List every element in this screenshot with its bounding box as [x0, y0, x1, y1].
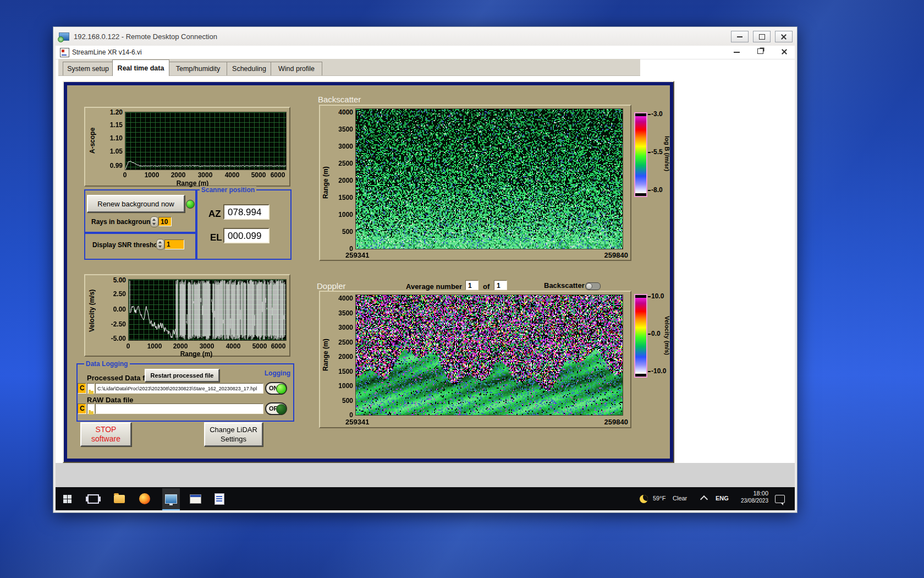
el-value-field[interactable]: 000.099: [223, 228, 270, 243]
scheduler-window-icon: [190, 494, 201, 504]
doppler-x-end-label: 259840: [595, 418, 628, 426]
of-label: of: [483, 282, 490, 291]
minimize-icon: [737, 36, 743, 37]
raw-path-field[interactable]: [95, 403, 263, 414]
doppler-plot-container: Range (m) 4000 3500 3000 2500 2000 1500 …: [319, 291, 631, 428]
taskbar-temperature[interactable]: 59°F: [653, 495, 666, 501]
velocity-xtick: 6000: [267, 342, 289, 350]
rdp-minimize-button[interactable]: [731, 31, 749, 42]
app-restore-icon[interactable]: [757, 48, 763, 54]
doppler-ytick: 3000: [330, 324, 353, 331]
restart-processed-file-button[interactable]: Restart processed file: [145, 369, 219, 382]
velocity-plot-container: Velocity (m/s) 5.00 2.50 0.00 -2.50 -5.0…: [84, 274, 290, 357]
ascope-xtick: 1000: [141, 171, 163, 179]
app-minimize-icon[interactable]: [734, 52, 740, 53]
rays-spinner[interactable]: [150, 216, 158, 227]
renew-background-button[interactable]: Renew background now: [87, 195, 185, 212]
data-logging-title: Data Logging: [84, 360, 130, 368]
processed-path-field[interactable]: C:\Lidar\Data\Proc\2023\202308\20230823\…: [95, 383, 263, 394]
document-icon: [215, 493, 224, 505]
backscatter-ytick: 500: [330, 228, 353, 236]
tab-system-setup[interactable]: System setup: [63, 62, 113, 75]
average-number-field[interactable]: 1: [465, 280, 479, 290]
doppler-colorbar: [634, 294, 647, 378]
backscatter-ytick: 2000: [330, 177, 353, 184]
processed-browse-button[interactable]: [87, 383, 95, 394]
ascope-ytick: 1.10: [101, 134, 123, 142]
velocity-xtick: 2000: [169, 342, 191, 350]
ascope-xtick: 4000: [221, 171, 243, 179]
task-view-button[interactable]: [86, 494, 100, 503]
weather-widget[interactable]: [639, 494, 648, 503]
tab-wind-profile[interactable]: Wind profile: [271, 62, 322, 75]
doppler-cb-tick: 0.0: [648, 330, 661, 337]
velocity-ytick: -2.50: [103, 320, 126, 328]
doppler-colorbar-label: Velocity (m/s): [663, 302, 671, 368]
streamline-app-button[interactable]: [162, 488, 180, 510]
tab-real-time-data[interactable]: Real time data: [112, 59, 169, 76]
doppler-y-axis-label: Range (m): [321, 328, 330, 383]
app-window-icon: [165, 494, 177, 504]
processed-logging-toggle-on[interactable]: ON: [265, 382, 287, 395]
start-button[interactable]: [62, 494, 72, 504]
rdp-close-button[interactable]: [775, 31, 793, 42]
rays-value-field[interactable]: 10: [158, 217, 172, 226]
desktop-gray-area: [56, 463, 795, 487]
app-close-icon[interactable]: [782, 49, 787, 54]
ascope-plot-container: A-scope 1.20 1.15 1.10 1.05 0.99 0 1000 …: [84, 107, 290, 187]
taskbar-time: 18:00: [733, 490, 768, 497]
az-label: AZ: [208, 209, 221, 220]
notification-center-button[interactable]: [775, 494, 785, 503]
backscatter-ytick: 4000: [330, 108, 353, 116]
backscatter-ytick: 3000: [330, 143, 353, 150]
snr-value-field[interactable]: 1: [164, 239, 184, 249]
of-total-field[interactable]: 1: [494, 280, 507, 290]
language-indicator[interactable]: ENG: [716, 495, 729, 501]
velocity-xtick: 1000: [144, 342, 166, 350]
backscatter-ytick: 3500: [330, 126, 353, 133]
processed-drive-button[interactable]: C: [78, 383, 86, 394]
show-hidden-icons-button[interactable]: [700, 494, 708, 502]
backscatter-x-start-label: 259341: [345, 251, 369, 259]
raw-browse-button[interactable]: [87, 403, 95, 414]
doppler-ytick: 2500: [330, 339, 353, 346]
stop-software-button[interactable]: STOP software: [80, 422, 131, 446]
backscatter-colorbar-label: log B (/m/sr): [663, 121, 671, 187]
velocity-ytick: 0.00: [103, 306, 126, 313]
ascope-y-axis-label: A-scope: [88, 114, 97, 167]
raw-drive-button[interactable]: C: [78, 403, 86, 414]
file-explorer-button[interactable]: [113, 494, 126, 504]
doppler-x-start-label: 259341: [345, 418, 369, 426]
ascope-ytick: 0.99: [101, 162, 123, 170]
backscatter-title: Backscatter: [318, 95, 361, 104]
renew-led-indicator: [186, 200, 195, 209]
ascope-ytick: 1.15: [101, 121, 123, 129]
firefox-button[interactable]: [138, 493, 151, 505]
ascope-xtick: 6000: [267, 171, 289, 179]
tab-temp-humidity[interactable]: Temp/humidity: [168, 62, 228, 75]
change-lidar-settings-button[interactable]: Change LiDAR Settings: [204, 422, 263, 446]
firefox-icon: [139, 493, 150, 504]
document-app-button[interactable]: [213, 492, 226, 505]
close-icon: [781, 34, 787, 40]
task-view-icon: [87, 494, 99, 504]
backscatter-ytick: 2500: [330, 160, 353, 167]
doppler-ytick: 1500: [330, 368, 353, 375]
tab-scheduling[interactable]: Scheduling: [227, 62, 272, 75]
velocity-y-axis-label: Velocity (m/s): [87, 281, 96, 340]
backscatter-cb-tick: -8.0: [648, 186, 663, 194]
clock[interactable]: 18:00 23/08/2023: [733, 490, 768, 504]
scan-scheduler-button[interactable]: [188, 493, 203, 505]
az-value-field[interactable]: 078.994: [223, 204, 270, 220]
snr-spinner[interactable]: [156, 239, 164, 250]
velocity-ytick: 2.50: [103, 290, 126, 298]
backscatter-display-toggle[interactable]: [585, 282, 601, 290]
taskbar-weather-text[interactable]: Clear: [673, 495, 687, 501]
remote-desktop-icon: [59, 32, 69, 41]
doppler-ytick: 1000: [330, 382, 353, 390]
rdp-maximize-button[interactable]: [753, 31, 771, 42]
off-indicator: [276, 404, 287, 415]
backscatter-heatmap-canvas: [355, 108, 623, 249]
raw-logging-toggle-off[interactable]: OFF: [265, 402, 287, 415]
remote-session-client: StreamLine XR v14-6.vi System setup Real…: [56, 46, 795, 510]
